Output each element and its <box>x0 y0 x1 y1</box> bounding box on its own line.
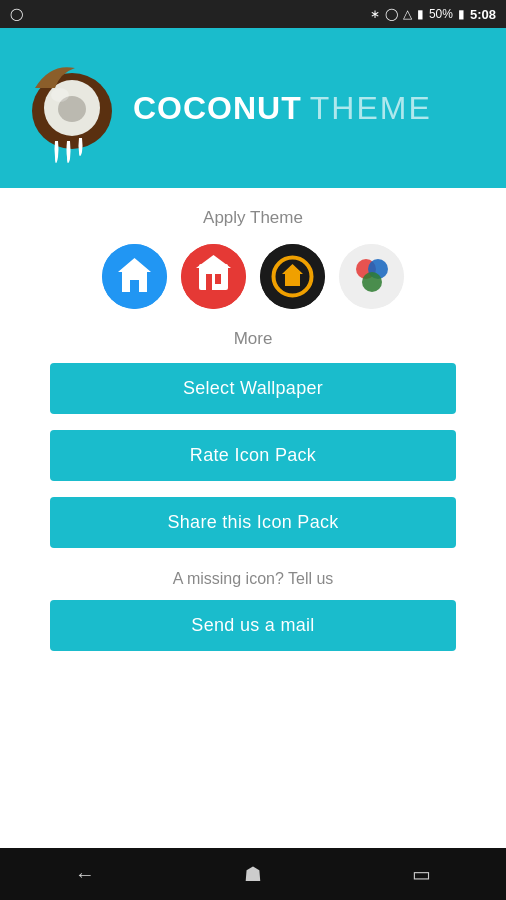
send-mail-button[interactable]: Send us a mail <box>50 600 456 651</box>
missing-icon-text: A missing icon? Tell us <box>173 570 334 588</box>
signal-icon: ▮ <box>417 7 424 21</box>
mail-button-group: Send us a mail <box>50 600 456 651</box>
bottom-nav-bar: ← ☗ ▭ <box>0 848 506 900</box>
svg-point-3 <box>51 88 69 102</box>
app-title: COCONUT THEME <box>133 90 432 127</box>
svg-point-17 <box>362 272 382 292</box>
status-bar: ◯ ∗ ◯ △ ▮ 50% ▮ 5:08 <box>0 0 506 28</box>
svg-rect-9 <box>206 274 212 290</box>
main-content: Apply Theme <box>0 188 506 848</box>
bluetooth-icon: ∗ <box>370 7 380 21</box>
svg-rect-10 <box>215 274 221 284</box>
back-button[interactable]: ← <box>75 863 95 886</box>
app-header: COCONUT THEME <box>0 28 506 188</box>
share-icon-pack-button[interactable]: Share this Icon Pack <box>50 497 456 548</box>
launcher-icon-nova[interactable] <box>260 244 325 309</box>
app-title-theme: THEME <box>310 90 432 127</box>
launcher-icon-adw[interactable] <box>181 244 246 309</box>
app-title-coconut: COCONUT <box>133 90 302 127</box>
status-bar-right: ∗ ◯ △ ▮ 50% ▮ 5:08 <box>370 7 496 22</box>
launcher-icon-smart[interactable] <box>102 244 167 309</box>
more-label: More <box>234 329 273 349</box>
rate-icon-pack-button[interactable]: Rate Icon Pack <box>50 430 456 481</box>
launcher-icons-row <box>102 244 404 309</box>
status-bar-left: ◯ <box>10 7 23 21</box>
home-button[interactable]: ☗ <box>244 862 262 886</box>
android-icon: ◯ <box>10 7 23 21</box>
battery-text: 50% <box>429 7 453 21</box>
select-wallpaper-button[interactable]: Select Wallpaper <box>50 363 456 414</box>
wifi-icon: △ <box>403 7 412 21</box>
status-time: 5:08 <box>470 7 496 22</box>
battery-icon: ▮ <box>458 7 465 21</box>
alarm-icon: ◯ <box>385 7 398 21</box>
coconut-logo-icon <box>20 53 115 163</box>
action-buttons-group: Select Wallpaper Rate Icon Pack Share th… <box>50 363 456 548</box>
launcher-icon-google[interactable] <box>339 244 404 309</box>
recents-button[interactable]: ▭ <box>412 862 431 886</box>
apply-theme-label: Apply Theme <box>203 208 303 228</box>
